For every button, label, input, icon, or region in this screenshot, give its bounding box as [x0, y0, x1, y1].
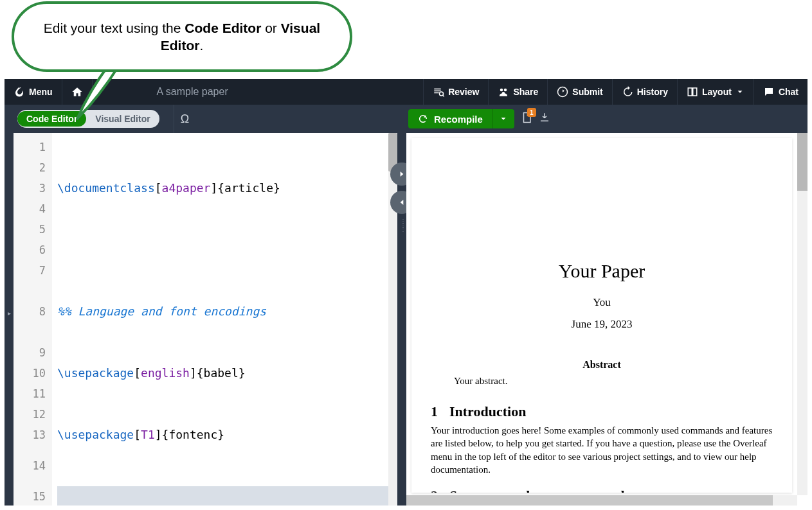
line-number: 7: [16, 260, 46, 281]
code-line: \usepackage[T1]{fontenc}: [57, 425, 392, 445]
code-line: \documentclass[a4paper]{article}: [57, 178, 392, 198]
main-split: ▸ 1 2 3 4 5 6 7 8 9 10 11 12 13 14 15 \d…: [5, 133, 807, 506]
chat-label: Chat: [779, 87, 798, 97]
sub-toolbar: Code Editor Visual Editor Ω Recompile 1: [5, 105, 807, 133]
line-number: 6: [16, 240, 46, 260]
review-button[interactable]: Review: [423, 79, 488, 105]
pdf-scrollbar-vertical[interactable]: [797, 133, 807, 495]
pdf-paragraph: Your introduction goes here! Some exampl…: [431, 424, 773, 476]
history-label: History: [637, 87, 668, 97]
refresh-icon: [417, 113, 429, 125]
pdf-title: Your Paper: [431, 260, 773, 282]
recompile-button-group: Recompile: [408, 109, 514, 128]
code-line: \usepackage[english]{babel}: [57, 363, 392, 383]
pdf-author: You: [431, 296, 773, 309]
menu-label: Menu: [29, 87, 53, 97]
code-area[interactable]: \documentclass[a4paper]{article} %% Lang…: [52, 133, 397, 506]
callout-bubble: Edit your text using the Code Editor or …: [12, 1, 352, 72]
history-icon: [622, 86, 633, 98]
download-icon: [539, 112, 550, 123]
pdf-scroll-thumb-v[interactable]: [797, 133, 807, 191]
recompile-label: Recompile: [434, 114, 483, 125]
home-icon: [71, 86, 83, 98]
svg-rect-5: [688, 88, 692, 96]
pdf-section-heading: 2Some examples to get started: [431, 488, 773, 493]
line-number: 1: [16, 137, 46, 157]
svg-point-2: [504, 89, 507, 92]
pdf-preview-pane[interactable]: Your Paper You June 19, 2023 Abstract Yo…: [406, 133, 807, 506]
pdf-page: Your Paper You June 19, 2023 Abstract Yo…: [411, 138, 792, 493]
overleaf-icon: [14, 86, 25, 98]
svg-point-0: [440, 92, 444, 96]
log-warning-badge: 1: [527, 108, 536, 117]
code-line: %% Language and font encodings: [57, 301, 392, 322]
code-editor-pane[interactable]: 1 2 3 4 5 6 7 8 9 10 11 12 13 14 15 \doc…: [14, 133, 397, 506]
review-icon: [433, 86, 444, 98]
line-number: 10: [16, 363, 46, 383]
submit-icon: [557, 86, 568, 98]
svg-point-1: [500, 89, 503, 92]
callout-suffix: .: [199, 38, 203, 53]
chat-icon: [763, 86, 775, 98]
pdf-abstract: Your abstract.: [431, 376, 773, 387]
layout-icon: [687, 86, 698, 98]
pdf-abstract-label: Abstract: [431, 359, 773, 371]
submit-label: Submit: [572, 87, 602, 97]
history-button[interactable]: History: [612, 79, 677, 105]
recompile-button[interactable]: Recompile: [408, 113, 492, 125]
recompile-dropdown[interactable]: [492, 109, 514, 128]
left-rail: ▸: [5, 133, 14, 506]
chat-button[interactable]: Chat: [753, 79, 807, 105]
line-number: 5: [16, 219, 46, 240]
chevron-down-icon: [499, 114, 508, 123]
pdf-scrollbar-horizontal[interactable]: [406, 495, 797, 506]
layout-label: Layout: [702, 87, 732, 97]
line-number: 9: [16, 342, 46, 363]
share-label: Share: [513, 87, 538, 97]
file-tree-expand[interactable]: ▸: [5, 300, 14, 326]
symbol-palette-button[interactable]: Ω: [174, 105, 195, 133]
chevron-down-icon: [735, 87, 744, 96]
line-number: 13: [16, 425, 46, 445]
arrow-left-icon: [397, 198, 406, 207]
callout-tail: [84, 64, 122, 116]
divider-grip[interactable]: ⋮⋮⋮: [400, 220, 406, 231]
line-gutter: 1 2 3 4 5 6 7 8 9 10 11 12 13 14 15: [14, 133, 52, 506]
callout-mid: or: [261, 21, 280, 35]
line-number: 11: [16, 383, 46, 404]
pdf-section-heading: 1Introduction: [431, 403, 773, 420]
line-number: 12: [16, 404, 46, 425]
review-label: Review: [448, 87, 479, 97]
layout-button[interactable]: Layout: [677, 79, 753, 105]
pane-divider[interactable]: ⋮⋮⋮: [397, 133, 406, 506]
callout-bold1: Code Editor: [185, 21, 261, 35]
code-line: [57, 240, 392, 260]
menu-button[interactable]: Menu: [5, 79, 62, 105]
line-number: 8: [16, 281, 46, 342]
logs-button[interactable]: 1: [521, 112, 532, 126]
line-number: 3: [16, 178, 46, 198]
pdf-date: June 19, 2023: [431, 318, 773, 331]
callout-text: Edit your text using the: [44, 21, 185, 35]
svg-rect-6: [693, 88, 697, 96]
editor-scrollbar[interactable]: [388, 133, 397, 506]
top-toolbar: Menu A sample paper Review Share Submit …: [5, 79, 807, 105]
line-number: 2: [16, 157, 46, 178]
submit-button[interactable]: Submit: [547, 79, 611, 105]
project-title[interactable]: A sample paper: [93, 86, 424, 98]
share-icon: [498, 86, 509, 98]
download-button[interactable]: [539, 112, 550, 126]
line-number: 15: [16, 486, 46, 506]
line-number: 14: [16, 445, 46, 486]
share-button[interactable]: Share: [488, 79, 547, 105]
line-number: 4: [16, 198, 46, 219]
arrow-right-icon: [397, 170, 406, 179]
code-line-active: [57, 486, 392, 506]
pdf-scroll-thumb-h[interactable]: [406, 495, 773, 506]
